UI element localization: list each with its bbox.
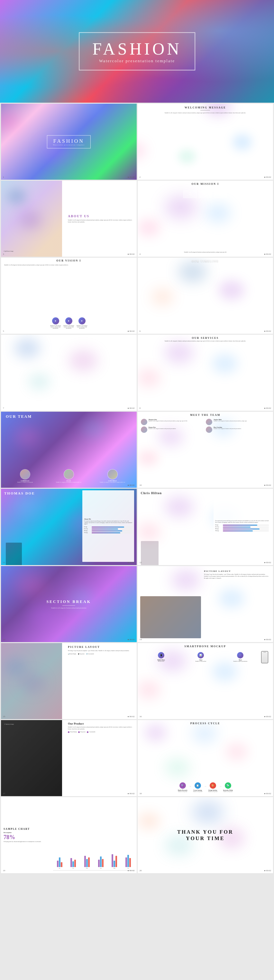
slide-title: FASHION [53,138,85,144]
slide-title: OUR SERVICES [138,337,273,339]
slide-title: THANK YOU FOR YOUR TIME [171,829,239,841]
slide-6: OUR TIMELINE 2013 Suitable for any categ… [138,258,273,334]
slides-grid: FASHION Watercolor presentation template… [0,103,274,874]
slide-16: SMARTPHONE MOCKUP 📱 Mobile Phone Mobile … [138,643,273,719]
slide-2: WELCOMING MESSAGE Suitable for all categ… [138,103,273,180]
slide-8: OUR SERVICES Suitable for all categories… [138,335,273,411]
slide-title: OUR MISSION I [138,183,273,186]
slide-title: WELCOMING MESSAGE [138,106,273,109]
slide-14: PICTURE LAYOUT We bring 3 easy Storybook… [138,566,273,642]
slide-13: SECTION BREAK Suitable for all categorie… [1,566,137,642]
hero-slide: FASHION Watercolor presentation template [0,0,274,103]
slide-title: SAMPLE CHART [3,827,51,830]
slide-subtitle: Watercolor presentation template [53,144,85,145]
slide-title: PROCESS CYCLE [138,722,273,725]
person-name: Chris Hilton [141,491,162,495]
slide-time: ● 00:00 [128,176,135,178]
slide-17: A laptop image Our Product Suitable for … [1,720,137,796]
slide-title: SMARTPHONE MOCKUP [138,645,273,648]
slide-title: Our Product [68,722,135,725]
slide-12: Chris Hilton I'm experienced professiona… [138,489,273,565]
slide-body: Suitable for all categories business and… [68,219,135,223]
slide-subtitle: Suitable for all categories business and… [46,607,91,609]
slide-title: PICTURE LAYOUT [204,570,269,573]
slide-title: OUR TEAM [6,414,32,419]
slide-body: Suitable for all categories business and… [138,111,273,115]
slide-9: OUR TEAM GABRIELLE Suitable for category… [1,412,137,488]
slide-19: SAMPLE CHART Description 78% Of buying u… [1,797,137,873]
slide-15: PICTURE LAYOUT We bring 3 easy Storybook… [1,643,137,719]
slide-18: PROCESS CYCLE 🔍 Market Research Suitable… [138,720,273,796]
slide-title: ABOUT US [68,214,135,218]
slide-5: OUR VISION I Suitable for all categories… [1,258,137,334]
slide-title: OUR TIMELINE [138,259,273,262]
slide-7: 2016 Suitable 2016 Suitable [1,335,137,411]
hero-title: FASHION [92,40,182,59]
slide-10: MEET THE TEAM Thomas Doe Suitable for al… [138,412,273,488]
slide-title: PICTURE LAYOUT [68,646,135,649]
slide-3: A lighthouse image ABOUT US Suitable for… [1,181,137,257]
slide-20: THANK YOU FOR YOUR TIME 20 ● 00:02 [138,797,273,873]
slide-1: FASHION Watercolor presentation template… [1,103,137,180]
hero-content: FASHION Watercolor presentation template [79,32,195,71]
slide-title: OUR VISION I [1,259,137,262]
person-name: THOMAS DOE [4,491,35,495]
hero-subtitle: Watercolor presentation template [92,59,182,64]
slide-number-left: 1 [3,176,4,178]
slide-4: OUR MISSION I ⊕ Target Suitable for all … [138,181,273,257]
slide-title: SECTION BREAK [46,600,91,604]
slide-title: MEET THE TEAM [138,414,273,417]
slide-11: THOMAS DOE About Me I'm experienced prof… [1,489,137,565]
